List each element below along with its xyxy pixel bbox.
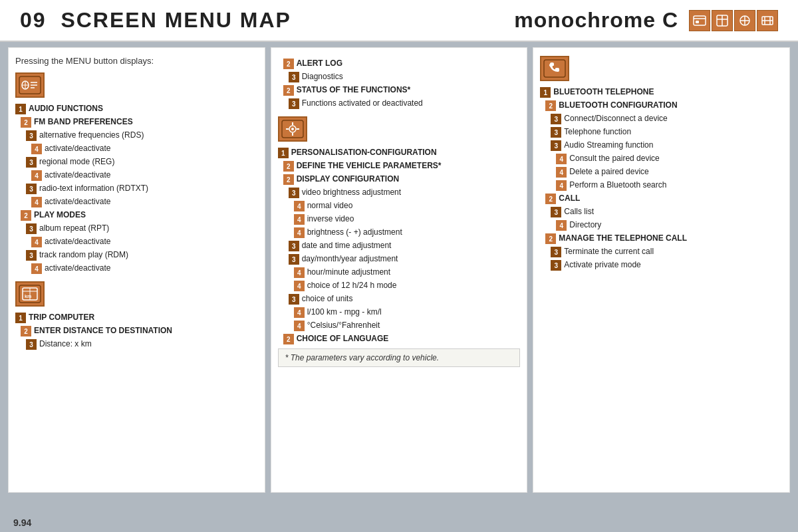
alert-log-label: ALERT LOG <box>297 58 342 69</box>
item-brightness-adj: 4 brightness (- +) adjustment <box>278 227 521 238</box>
functions-activated-label: Functions activated or deactivated <box>302 98 423 109</box>
alt-freq-label: alternative frequencies (RDS) <box>39 130 144 141</box>
item-distance: 3 Distance: x km <box>15 338 258 350</box>
item-terminate-call: 3 Terminate the current call <box>540 246 783 257</box>
choice-language-label: CHOICE OF LANGUAGE <box>297 333 389 344</box>
header-right: monochrome C <box>514 8 778 33</box>
activate-3-label: activate/deactivate <box>45 196 110 207</box>
item-kmh-mpg: 4 l/100 km - mpg - km/l <box>278 307 521 318</box>
item-activate-1: 4 activate/deactivate <box>15 143 258 154</box>
item-status-functions: 2 STATUS OF THE FUNCTIONS* <box>278 84 521 96</box>
badge-cls-3: 3 <box>551 207 561 217</box>
bluetooth-tel-label: BLUETOOTH TELEPHONE <box>553 86 654 98</box>
badge-th-4: 4 <box>294 281 305 291</box>
badge-iv-4: 4 <box>294 214 305 225</box>
12h-24h-label: choice of 12 h/24 h mode <box>307 280 397 291</box>
audio-icon-container <box>15 72 258 100</box>
item-consult-paired: 4 Consult the paired device <box>540 153 783 164</box>
activate-5-label: activate/deactivate <box>45 263 110 274</box>
header-icon-1 <box>689 10 710 31</box>
badge-2: 2 <box>21 117 31 128</box>
badge-btc-2: 2 <box>545 100 556 111</box>
item-celsius: 4 °Celsius/°Fahrenheit <box>278 320 521 331</box>
badge-4d: 4 <box>31 237 42 247</box>
column-3: 1 BLUETOOTH TELEPHONE 2 BLUETOOTH CONFIG… <box>533 47 790 493</box>
column-2: 2 ALERT LOG 3 Diagnostics 2 STATUS OF TH… <box>271 47 528 493</box>
audio-streaming-label: Audio Streaming function <box>564 140 653 151</box>
activate-1-label: activate/deactivate <box>45 143 110 154</box>
item-delete-paired: 4 Delete a paired device <box>540 166 783 178</box>
activate-4-label: activate/deactivate <box>45 236 110 247</box>
audio-icon <box>15 72 45 98</box>
badge-3c: 3 <box>26 184 37 194</box>
badge-dir-4: 4 <box>556 220 567 231</box>
bluetooth-icon-container <box>540 56 783 84</box>
display-config-label: DISPLAY CONFIGURATION <box>297 174 399 185</box>
inverse-video-label: inverse video <box>307 213 354 225</box>
track-random-label: track random play (RDM) <box>39 249 128 261</box>
item-activate-2: 4 activate/deactivate <box>15 170 258 181</box>
item-bluetooth-tel: 1 BLUETOOTH TELEPHONE <box>540 86 783 98</box>
album-repeat-label: album repeat (RPT) <box>39 223 109 234</box>
badge-km-4: 4 <box>294 307 305 318</box>
footnote: * The parameters vary according to vehic… <box>278 348 521 367</box>
item-hour-minute: 4 hour/minute adjustment <box>278 267 521 278</box>
badge-1: 1 <box>15 104 26 114</box>
item-bt-config: 2 BLUETOOTH CONFIGURATION <box>540 100 783 111</box>
item-activate-4: 4 activate/deactivate <box>15 236 258 247</box>
celsius-label: °Celsius/°Fahrenheit <box>307 320 380 331</box>
badge-vb-3: 3 <box>289 188 299 198</box>
item-radio-text: 3 radio-text information (RDTXT) <box>15 183 258 194</box>
date-time-label: date and time adjustment <box>302 240 392 251</box>
regional-label: regional mode (REG) <box>39 156 114 168</box>
page-header: 09 SCREEN MENU MAP monochrome C <box>0 0 798 42</box>
directory-label: Directory <box>569 219 601 231</box>
badge-4a: 4 <box>31 144 42 154</box>
radio-text-label: radio-text information (RDTXT) <box>39 183 148 194</box>
item-alt-freq: 3 alternative frequencies (RDS) <box>15 130 258 141</box>
consult-paired-label: Consult the paired device <box>569 153 659 164</box>
badge-3: 3 <box>26 130 37 141</box>
badge-nv-4: 4 <box>294 201 305 211</box>
badge-hm-4: 4 <box>294 267 305 278</box>
column-1: Pressing the MENU button displays: 1 AUD… <box>8 47 265 493</box>
header-icon-3 <box>734 10 755 31</box>
badge-4b: 4 <box>31 170 42 181</box>
badge-tf-3: 3 <box>551 127 561 138</box>
item-12h-24h: 4 choice of 12 h/24 h mode <box>278 280 521 291</box>
item-functions-activated: 3 Functions activated or deactivated <box>278 98 521 109</box>
badge-mc-2: 2 <box>545 233 556 244</box>
item-day-month: 3 day/month/year adjustment <box>278 253 521 265</box>
item-audio-functions: 1 AUDIO FUNCTIONS <box>15 103 258 114</box>
enter-distance-label: ENTER DISTANCE TO DESTINATION <box>34 325 172 336</box>
svg-point-27 <box>291 128 294 130</box>
item-track-random: 3 track random play (RDM) <box>15 249 258 261</box>
item-personalisation: 1 PERSONALISATION-CONFIGURATION <box>278 147 521 158</box>
badge-cd-3: 3 <box>551 114 561 124</box>
page-title: 09 SCREEN MENU MAP <box>20 8 291 33</box>
personalisation-label: PERSONALISATION-CONFIGURATION <box>291 147 437 158</box>
hour-minute-label: hour/minute adjustment <box>307 267 390 278</box>
badge-tc-3: 3 <box>26 339 37 350</box>
item-play-modes: 2 PLAY MODES <box>15 209 258 221</box>
badge-dc-2: 2 <box>283 174 294 185</box>
brightness-adj-label: brightness (- +) adjustment <box>307 227 402 238</box>
terminate-call-label: Terminate the current call <box>564 246 654 257</box>
item-directory: 4 Directory <box>540 219 783 231</box>
badge-al-2: 2 <box>283 59 294 69</box>
badge-cel-4: 4 <box>294 321 305 331</box>
badge-bts-4: 4 <box>556 180 567 191</box>
item-regional: 3 regional mode (REG) <box>15 156 258 168</box>
svg-rect-0 <box>694 16 706 25</box>
connect-disconnect-label: Connect/Disconnect a device <box>564 113 667 124</box>
call-label: CALL <box>559 193 580 204</box>
badge-fa-3: 3 <box>289 98 299 109</box>
settings-icon-container <box>278 116 521 144</box>
video-brightness-label: video brightness adjustment <box>302 187 401 198</box>
badge-sf-2: 2 <box>283 85 294 96</box>
item-bt-search: 4 Perform a Bluetooth search <box>540 180 783 191</box>
intro-text: Pressing the MENU button displays: <box>15 56 258 66</box>
status-functions-label: STATUS OF THE FUNCTIONS* <box>297 84 411 96</box>
badge-call-2: 2 <box>545 194 556 204</box>
item-date-time: 3 date and time adjustment <box>278 240 521 251</box>
